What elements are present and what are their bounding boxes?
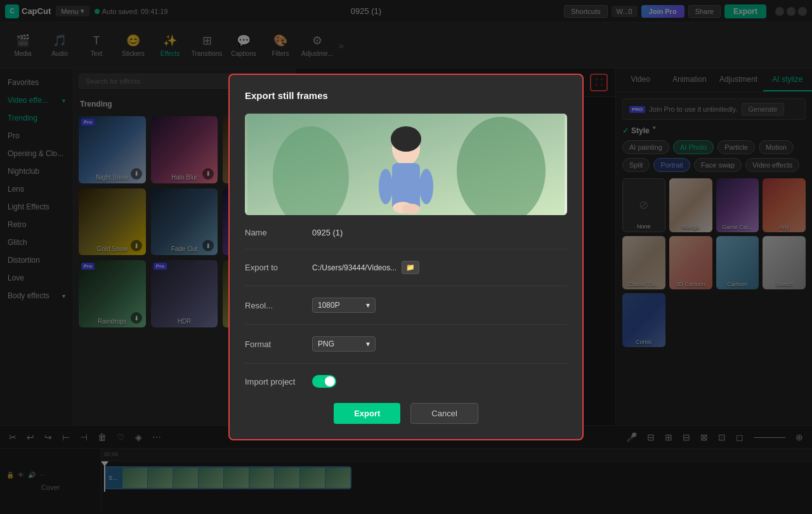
toggle-knob bbox=[325, 376, 335, 386]
export-dialog: Export still frames bbox=[228, 74, 584, 440]
field-format-label: Format bbox=[245, 339, 302, 349]
divider-4 bbox=[245, 363, 567, 364]
divider-2 bbox=[245, 286, 567, 286]
field-resolution: Resol... 1080P ▾ bbox=[245, 298, 567, 313]
svg-point-23 bbox=[402, 204, 420, 214]
field-name-label: Name bbox=[245, 228, 302, 237]
field-import-label: Import project bbox=[245, 377, 302, 386]
resolution-value: 1080P bbox=[318, 301, 340, 310]
dialog-preview bbox=[245, 114, 567, 215]
dialog-cancel-button[interactable]: Cancel bbox=[410, 403, 478, 424]
folder-browse-button[interactable]: 📁 bbox=[402, 261, 419, 274]
dialog-title: Export still frames bbox=[245, 90, 567, 101]
name-input[interactable] bbox=[312, 228, 567, 237]
chevron-down-icon: ▾ bbox=[366, 301, 370, 310]
import-project-toggle[interactable] bbox=[312, 375, 336, 388]
field-export-label: Export to bbox=[245, 263, 302, 272]
divider-3 bbox=[245, 324, 567, 325]
dialog-buttons: Export Cancel bbox=[245, 403, 567, 424]
resolution-select[interactable]: 1080P ▾ bbox=[312, 298, 376, 313]
chevron-down-icon-2: ▾ bbox=[366, 339, 370, 348]
svg-point-18 bbox=[391, 126, 421, 152]
dialog-fields: Name Export to C:/Users/93444/Videos... … bbox=[245, 228, 567, 388]
export-path: C:/Users/93444/Videos... 📁 bbox=[312, 261, 567, 274]
dialog-preview-svg bbox=[245, 114, 567, 215]
divider-1 bbox=[245, 249, 567, 249]
dialog-overlay: Export still frames bbox=[0, 0, 812, 514]
export-path-text: C:/Users/93444/Videos... bbox=[312, 263, 396, 272]
field-export-to: Export to C:/Users/93444/Videos... 📁 bbox=[245, 261, 567, 274]
svg-point-20 bbox=[379, 169, 393, 204]
format-select[interactable]: PNG ▾ bbox=[312, 336, 376, 352]
field-import-project: Import project bbox=[245, 375, 567, 388]
dialog-export-button[interactable]: Export bbox=[334, 403, 400, 424]
format-value: PNG bbox=[318, 339, 334, 348]
svg-point-21 bbox=[419, 169, 433, 204]
field-name: Name bbox=[245, 228, 567, 237]
field-resol-label: Resol... bbox=[245, 301, 302, 310]
field-format: Format PNG ▾ bbox=[245, 336, 567, 352]
